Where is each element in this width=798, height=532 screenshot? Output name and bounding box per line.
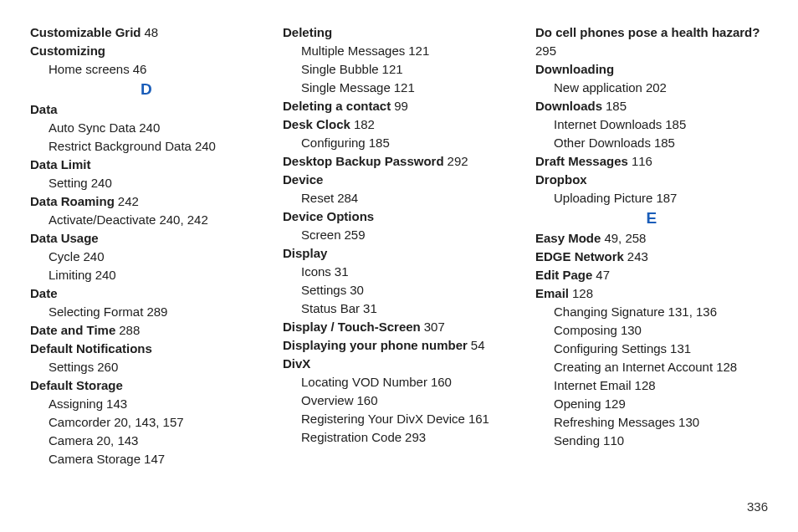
index-page-ref[interactable]: 110 (603, 433, 624, 448)
index-subentry: Reset284 (283, 189, 515, 207)
index-page-ref[interactable]: 187 (656, 191, 677, 205)
index-page-ref[interactable]: 160 (357, 393, 378, 407)
index-subentry: Configuring Settings131 (535, 340, 768, 358)
index-term-label: Desktop Backup Password (283, 154, 444, 168)
index-term: Data Usage (30, 229, 263, 248)
index-term-label: Date and Time (30, 323, 115, 337)
index-page-ref[interactable]: 121 (394, 80, 415, 95)
index-page-ref[interactable]: 20, 143, 157 (114, 415, 183, 429)
index-subentry: Sending110 (535, 432, 768, 450)
index-page-ref[interactable]: 121 (408, 43, 429, 58)
index-term-label: Desk Clock (283, 117, 350, 131)
index-page-ref[interactable]: 240 (84, 249, 105, 263)
index-term-label: Device Options (283, 209, 374, 223)
index-term-label: Display / Touch-Screen (283, 320, 421, 334)
index-term: Customizable Grid48 (30, 23, 263, 42)
index-term-label: Downloads (535, 99, 602, 113)
index-page-ref[interactable]: 130 (678, 415, 699, 429)
index-term: Default Storage (30, 376, 263, 395)
index-page-ref[interactable]: 288 (119, 323, 140, 337)
index-page-ref[interactable]: 307 (424, 320, 445, 334)
index-page-ref[interactable]: 99 (394, 99, 408, 113)
index-term: EDGE Network243 (535, 248, 768, 266)
index-page-ref[interactable]: 182 (354, 117, 375, 131)
index-term: Downloads185 (535, 97, 768, 115)
index-page-ref[interactable]: 260 (97, 360, 118, 374)
index-term-label: Display (283, 246, 327, 260)
index-page-ref[interactable]: 121 (382, 62, 403, 76)
index-page-ref[interactable]: 185 (665, 117, 686, 131)
index-column-2: DeletingMultiple Messages121Single Bubbl… (283, 23, 515, 468)
index-subentry-label: Settings (301, 283, 346, 297)
index-subentry: Single Message121 (283, 79, 515, 97)
index-page-ref[interactable]: 30 (350, 283, 364, 297)
index-subentry: Opening129 (535, 395, 768, 413)
index-page-ref[interactable]: 240, 242 (159, 212, 207, 227)
index-term: Deleting a contact99 (283, 97, 515, 115)
index-page-ref[interactable]: 202 (646, 80, 667, 95)
index-subentry: Creating an Internet Account128 (535, 358, 768, 376)
index-term: Downloading (535, 60, 768, 79)
index-term-label: Edit Page (535, 268, 592, 282)
index-page-ref[interactable]: 131, 136 (668, 304, 717, 319)
index-page-ref[interactable]: 128 (716, 360, 737, 374)
index-page-ref[interactable]: 31 (335, 264, 349, 279)
index-subentry: Refreshing Messages130 (535, 413, 768, 432)
index-subentry: Changing Signature131, 136 (535, 303, 768, 321)
index-page-ref[interactable]: 240 (139, 120, 160, 135)
index-term-label: Data Roaming (30, 194, 115, 208)
index-page-ref[interactable]: 128 (572, 286, 593, 300)
index-page-ref[interactable]: 31 (363, 301, 377, 315)
index-page-ref[interactable]: 240 (95, 268, 116, 282)
index-subentry: Uploading Picture187 (535, 189, 768, 207)
index-term-label: Data (30, 102, 58, 116)
index-term-label: Customizable Grid (30, 25, 141, 39)
index-page-ref[interactable]: 185 (369, 136, 390, 150)
index-term: Date and Time288 (30, 321, 263, 340)
index-subentry: Auto Sync Data240 (30, 119, 263, 137)
index-page-ref[interactable]: 242 (118, 194, 139, 208)
index-term: Display / Touch-Screen307 (283, 318, 515, 336)
index-term: Deleting (283, 23, 515, 42)
index-subentry-label: Screen (301, 228, 341, 242)
index-term: Customizing (30, 42, 263, 60)
index-term-label: DivX (283, 356, 310, 371)
index-page-ref[interactable]: 129 (605, 396, 626, 411)
index-page-ref[interactable]: 20, 143 (96, 433, 138, 448)
index-subentry-label: Camera Storage (49, 452, 141, 466)
index-subentry: Composing130 (535, 321, 768, 340)
index-page-ref[interactable]: 47 (596, 268, 610, 282)
index-page-ref[interactable]: 116 (632, 154, 652, 168)
index-page-ref[interactable]: 240 (195, 139, 216, 153)
index-term-label: Displaying your phone number (283, 338, 468, 352)
index-page-ref[interactable]: 131 (670, 341, 691, 356)
index-subentry: Cycle240 (30, 248, 263, 266)
index-subentry-label: Other Downloads (554, 136, 651, 150)
index-page-ref[interactable]: 147 (144, 452, 165, 466)
index-page-ref[interactable]: 160 (431, 375, 452, 389)
index-page-ref[interactable]: 185 (654, 136, 675, 150)
index-page-ref[interactable]: 130 (621, 323, 642, 337)
index-page-ref[interactable]: 243 (627, 249, 648, 263)
index-page-ref[interactable]: 289 (146, 304, 167, 319)
index-page-ref[interactable]: 143 (106, 396, 127, 411)
index-term-label: Email (535, 286, 569, 300)
index-page-ref[interactable]: 46 (133, 62, 147, 76)
index-page-ref[interactable]: 49, 258 (604, 231, 646, 245)
index-page-ref[interactable]: 185 (606, 99, 627, 113)
index-page-ref[interactable]: 292 (448, 154, 468, 168)
index-term: Data (30, 100, 263, 119)
index-page-ref[interactable]: 161 (468, 412, 489, 426)
index-term-label: Device (283, 172, 323, 187)
index-page-ref[interactable]: 128 (635, 378, 656, 392)
index-subentry: Camcorder20, 143, 157 (30, 413, 263, 432)
index-subentry: Registration Code293 (283, 428, 515, 447)
index-page-ref[interactable]: 293 (405, 430, 426, 444)
index-page-ref[interactable]: 240 (91, 176, 112, 190)
index-page-ref[interactable]: 48 (145, 25, 159, 39)
index-page-ref[interactable]: 259 (345, 228, 366, 242)
index-page-ref[interactable]: 295 (535, 43, 556, 58)
index-subentry-label: Overview (301, 393, 354, 407)
index-page-ref[interactable]: 284 (337, 191, 358, 205)
index-page-ref[interactable]: 54 (471, 338, 485, 352)
